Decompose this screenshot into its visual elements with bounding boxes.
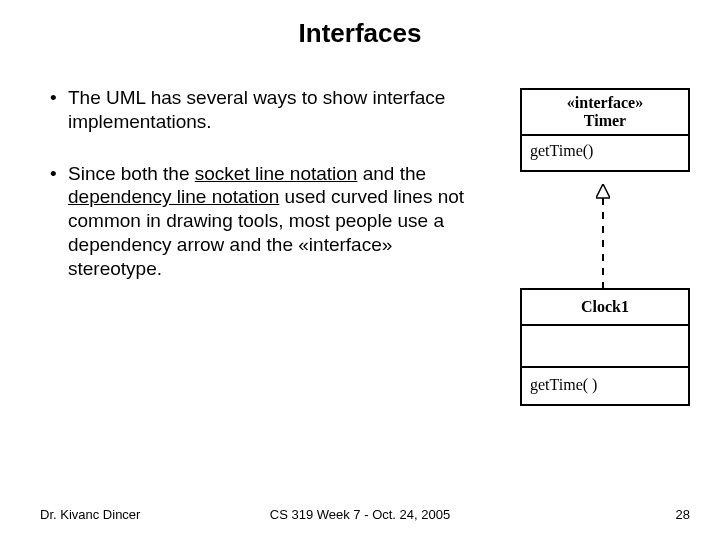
uml-interface-header: «interface» Timer (522, 90, 688, 136)
uml-interface-operation: getTime() (522, 136, 688, 170)
slide: Interfaces • The UML has several ways to… (0, 0, 720, 540)
uml-class-operation: getTime( ) (522, 368, 688, 404)
uml-interface-name: Timer (524, 112, 686, 130)
underlined-text: socket line notation (195, 163, 358, 184)
bullet-marker: • (50, 86, 68, 134)
bullet-item: • Since both the socket line notation an… (50, 162, 490, 281)
footer-page-number: 28 (676, 507, 690, 522)
svg-marker-0 (596, 184, 610, 198)
bullet-text: Since both the socket line notation and … (68, 162, 490, 281)
bullet-item: • The UML has several ways to show inter… (50, 86, 490, 134)
bullet-list: • The UML has several ways to show inter… (50, 86, 490, 308)
realization-arrow-icon (596, 184, 610, 290)
footer-course: CS 319 Week 7 - Oct. 24, 2005 (0, 507, 720, 522)
uml-class-box: Clock1 getTime( ) (520, 288, 690, 406)
text-run: The UML has several ways to show interfa… (68, 87, 445, 132)
text-run: and the (357, 163, 426, 184)
uml-class-attributes (522, 326, 688, 368)
uml-interface-box: «interface» Timer getTime() (520, 88, 690, 172)
text-run: Since both the (68, 163, 195, 184)
uml-stereotype: «interface» (524, 94, 686, 112)
underlined-text: dependency line notation (68, 186, 279, 207)
slide-title: Interfaces (0, 18, 720, 49)
bullet-marker: • (50, 162, 68, 281)
uml-class-name: Clock1 (522, 290, 688, 326)
bullet-text: The UML has several ways to show interfa… (68, 86, 490, 134)
